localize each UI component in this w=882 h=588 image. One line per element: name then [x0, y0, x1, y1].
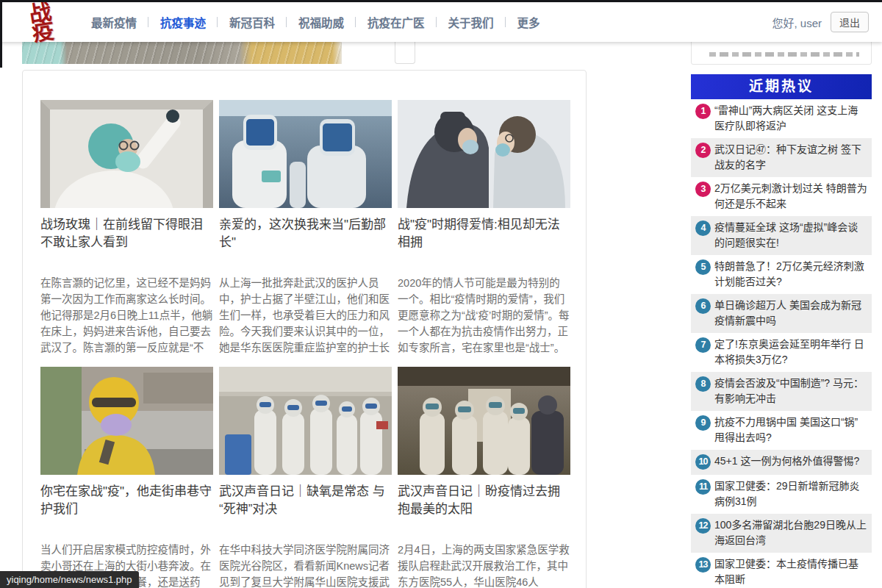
article-title[interactable]: 亲爱的，这次换我来当"后勤部长" — [219, 216, 392, 251]
hot-topic-item[interactable]: 2武汉日记㊼：种下友谊之树 签下战友的名字 — [691, 138, 872, 177]
rank-badge: 3 — [695, 182, 711, 197]
clipped-text-line — [709, 52, 859, 57]
article-image[interactable] — [219, 100, 392, 208]
hot-topics-list: 1“雷神山”两大病区关闭 这支上海医疗队即将返沪 2武汉日记㊼：种下友谊之树 签… — [691, 99, 872, 588]
main-nav: 最新疫情 抗疫事迹 新冠百科 祝福助威 抗疫在广医 关于我们 更多 — [79, 2, 552, 42]
article-card: 战"疫"时期得爱情:相见却无法相拥 2020年的情人节可能是最为特别的一个。相比… — [398, 100, 570, 356]
hot-topic-text: 疫情蔓延全球 这场“虚拟”峰会谈的问题很实在! — [714, 221, 858, 248]
hot-topic-text: 定了!东京奥运会延至明年举行 日本将损失3万亿? — [714, 338, 864, 365]
rank-badge: 11 — [695, 479, 711, 495]
article-card: 武汉声音日记｜缺氧是常态 与“死神”对决 在华中科技大学同济医学院附属同济医院光… — [219, 367, 392, 588]
window-left-border — [0, 0, 2, 68]
nav-item-blessings[interactable]: 祝福助威 — [287, 14, 356, 30]
article-card: 亲爱的，这次换我来当"后勤部长" 从上海一批批奔赴武汉的医护人员中，护士占据了半… — [219, 100, 392, 356]
nav-item-anti-epidemic-deeds[interactable]: 抗疫事迹 — [148, 14, 218, 30]
hot-topics-header: 近期热议 — [691, 74, 872, 99]
hot-topic-text: 特朗普急了！2万亿美元经济刺激计划能否过关? — [714, 260, 864, 287]
link-status-bar: yiqing/home/news/news1.php — [0, 571, 139, 588]
article-title[interactable]: 战场玫瑰｜在前线留下得眼泪不敢让家人看到 — [40, 216, 213, 251]
user-area: 您好, user 退出 — [772, 2, 869, 42]
article-title[interactable]: 武汉声音日记｜盼疫情过去拥抱最美的太阳 — [398, 483, 570, 518]
sidebar: 近期热议 1“雷神山”两大病区关闭 这支上海医疗队即将返沪 2武汉日记㊼：种下友… — [691, 32, 872, 588]
nav-item-covid-encyclopedia[interactable]: 新冠百科 — [218, 14, 287, 30]
article-title[interactable]: 你宅在家战"疫"，他走街串巷守护我们 — [40, 483, 213, 518]
article-image[interactable] — [398, 367, 570, 475]
masked-couple-photo — [398, 100, 570, 208]
nav-item-latest-epidemic[interactable]: 最新疫情 — [79, 14, 148, 30]
articles-panel: 战场玫瑰｜在前线留下得眼泪不敢让家人看到 在陈言灏的记忆里，这已经不是妈妈第一次… — [22, 70, 587, 588]
user-greeting: 您好, user — [772, 15, 822, 30]
site-header: 最新疫情 抗疫事迹 新冠百科 祝福助威 抗疫在广医 关于我们 更多 您好, us… — [0, 2, 882, 42]
rank-badge: 5 — [695, 259, 711, 275]
hot-topic-item[interactable]: 11国家卫健委：29日新增新冠肺炎病例31例 — [691, 475, 872, 514]
article-title[interactable]: 武汉声音日记｜缺氧是常态 与“死神”对决 — [219, 483, 392, 518]
hot-topic-text: 45+1 这一例为何格外值得警惕? — [714, 455, 859, 467]
article-card: 武汉声音日记｜盼疫情过去拥抱最美的太阳 2月4日，上海的两支国家紧急医学救援队启… — [398, 367, 570, 588]
hot-topic-text: 100多名滞留湖北台胞29日晚从上海返回台湾 — [714, 519, 867, 546]
hot-topic-item[interactable]: 8疫情会否波及“中国制造”? 马元：有影响无冲击 — [691, 372, 872, 411]
article-card: 你宅在家战"疫"，他走街串巷守护我们 当人们开启居家模式防控疫情时，外卖小哥还在… — [40, 367, 213, 588]
rank-badge: 13 — [695, 557, 711, 573]
hot-topic-text: 单日确诊超万人 美国会成为新冠疫情新震中吗 — [714, 299, 861, 326]
hot-topic-text: 武汉日记㊼：种下友谊之树 签下战友的名字 — [714, 143, 861, 171]
rank-badge: 9 — [695, 415, 711, 431]
rank-badge: 10 — [695, 454, 711, 470]
nav-item-more[interactable]: 更多 — [506, 14, 552, 30]
article-excerpt: 从上海一批批奔赴武汉的医护人员中，护士占据了半壁江山，他们和医生们一样，也承受着… — [219, 275, 392, 356]
hospital-corridor-photo — [219, 367, 392, 475]
rank-badge: 4 — [695, 220, 711, 236]
delivery-rider-photo — [40, 367, 213, 475]
carousel-fragment-box — [395, 42, 415, 64]
articles-grid: 战场玫瑰｜在前线留下得眼泪不敢让家人看到 在陈言灏的记忆里，这已经不是妈妈第一次… — [23, 71, 586, 588]
hot-topic-item[interactable]: 9抗疫不力甩锅中国 美国这口“锅”甩得出去吗? — [691, 411, 872, 450]
article-title[interactable]: 战"疫"时期得爱情:相见却无法相拥 — [398, 216, 570, 251]
article-image[interactable] — [398, 100, 570, 208]
carousel-image-bottom-strip[interactable] — [22, 42, 342, 64]
ppe-workers-photo — [219, 100, 392, 208]
article-excerpt: 在华中科技大学同济医学院附属同济医院光谷院区，看看新闻Knews记者见到了复旦大… — [219, 542, 392, 588]
ppe-team-corridor-photo — [398, 367, 570, 475]
rank-badge: 6 — [695, 298, 711, 314]
logout-button[interactable]: 退出 — [831, 12, 869, 32]
nav-item-about-us[interactable]: 关于我们 — [437, 14, 506, 30]
article-image[interactable] — [40, 367, 213, 475]
hot-topic-item[interactable]: 13国家卫健委：本土疫情传播已基本阻断 — [691, 553, 872, 588]
hot-topic-item[interactable]: 1045+1 这一例为何格外值得警惕? — [691, 450, 872, 475]
rank-badge: 8 — [695, 376, 711, 392]
article-image[interactable] — [40, 100, 213, 208]
rank-badge: 2 — [695, 143, 711, 158]
article-image[interactable] — [219, 367, 392, 475]
article-excerpt: 2020年的情人节可能是最为特别的一个。相比“疫情时期的爱情”，我们更愿意称之为… — [398, 275, 570, 356]
hot-topic-item[interactable]: 6单日确诊超万人 美国会成为新冠疫情新震中吗 — [691, 294, 872, 333]
hot-topic-item[interactable]: 12100多名滞留湖北台胞29日晚从上海返回台湾 — [691, 514, 872, 553]
hot-topic-item[interactable]: 5特朗普急了！2万亿美元经济刺激计划能否过关? — [691, 255, 872, 294]
hot-topic-item[interactable]: 7定了!东京奥运会延至明年举行 日本将损失3万亿? — [691, 333, 872, 372]
hot-topic-text: 疫情会否波及“中国制造”? 马元：有影响无冲击 — [714, 377, 864, 404]
rank-badge: 7 — [695, 337, 711, 353]
article-excerpt: 在陈言灏的记忆里，这已经不是妈妈第一次因为工作而离家这么长时间。他记得那是2月6… — [40, 275, 213, 356]
hot-topic-item[interactable]: 32万亿美元刺激计划过关 特朗普为何还是乐不起来 — [691, 177, 872, 216]
article-card: 战场玫瑰｜在前线留下得眼泪不敢让家人看到 在陈言灏的记忆里，这已经不是妈妈第一次… — [40, 100, 213, 356]
hot-topic-text: 2万亿美元刺激计划过关 特朗普为何还是乐不起来 — [714, 182, 867, 209]
site-logo[interactable]: 战疫 — [5, 0, 56, 59]
article-excerpt: 2月4日，上海的两支国家紧急医学救援队启程赴武汉开展救治工作，其中东方医院55人… — [398, 542, 570, 588]
nav-item-anti-epidemic-gmu[interactable]: 抗疫在广医 — [356, 14, 437, 30]
hot-topic-item[interactable]: 4疫情蔓延全球 这场“虚拟”峰会谈的问题很实在! — [691, 216, 872, 255]
rank-badge: 1 — [695, 104, 711, 119]
rank-badge: 12 — [695, 518, 711, 534]
hot-topic-text: 抗疫不力甩锅中国 美国这口“锅”甩得出去吗? — [714, 416, 858, 443]
hot-topic-item[interactable]: 1“雷神山”两大病区关闭 这支上海医疗队即将返沪 — [691, 99, 872, 138]
hot-topic-text: 国家卫健委：29日新增新冠肺炎病例31例 — [714, 480, 860, 507]
window-top-border — [0, 0, 882, 2]
hot-topic-text: “雷神山”两大病区关闭 这支上海医疗队即将返沪 — [714, 104, 858, 132]
hot-topic-text: 国家卫健委：本土疫情传播已基本阻断 — [714, 558, 858, 585]
nurse-door-photo — [40, 100, 213, 208]
